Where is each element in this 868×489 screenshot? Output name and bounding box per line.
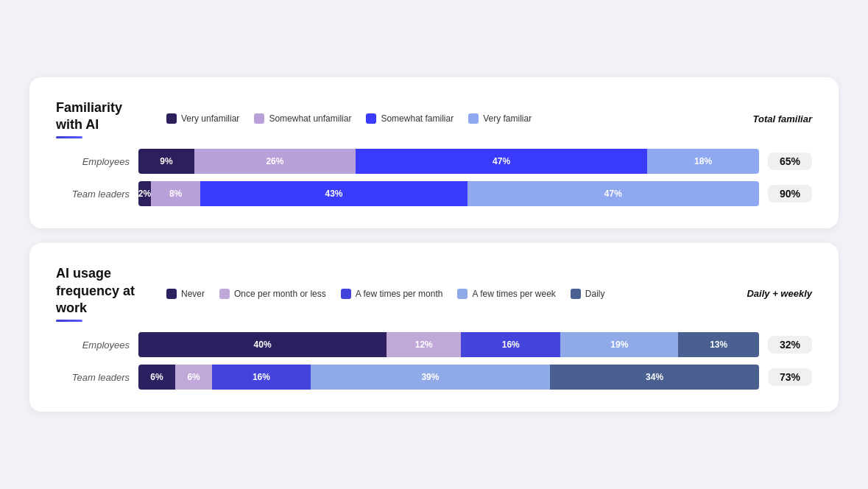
legend-few-week: A few times per week — [457, 289, 555, 299]
legend-label-very-unfamiliar: Very unfamiliar — [181, 113, 239, 124]
seg-employees-somewhat-unfamiliar: 26% — [194, 149, 356, 174]
seg2-tl-once: 6% — [175, 365, 212, 390]
seg-employees-very-unfamiliar: 9% — [138, 149, 194, 174]
chart2-employees-total: 32% — [768, 336, 812, 353]
chart2-employees-bar: 40% 12% 16% 19% 13% — [138, 332, 759, 357]
legend-color-very-familiar — [468, 113, 479, 124]
chart1-title: Familiaritywith AI — [56, 99, 137, 134]
legend-somewhat-familiar: Somewhat familiar — [366, 113, 454, 124]
chart1-teamleaders-label: Team leaders — [56, 189, 130, 200]
chart2-underline — [56, 320, 82, 322]
seg2-tl-few-week: 39% — [311, 365, 551, 390]
legend-label-somewhat-unfamiliar: Somewhat unfamiliar — [269, 113, 351, 124]
legend-label-few-week: A few times per week — [472, 289, 555, 299]
chart1-rows: Employees 9% 26% 47% 18% 65% Team leader… — [56, 149, 812, 206]
seg2-employees-once: 12% — [387, 332, 461, 357]
chart2-teamleaders-total: 73% — [768, 368, 812, 386]
chart1-employees-label: Employees — [56, 156, 130, 167]
chart1-employees-total: 65% — [768, 152, 812, 170]
seg-tl-somewhat-unfamiliar: 8% — [151, 181, 200, 206]
chart2-employees-label: Employees — [56, 340, 130, 351]
chart2-rows: Employees 40% 12% 16% 19% 13% 32% Team l… — [56, 332, 812, 390]
legend-very-unfamiliar: Very unfamiliar — [166, 113, 239, 124]
seg-employees-somewhat-familiar: 47% — [356, 149, 647, 174]
seg2-employees-few-week: 19% — [560, 332, 678, 357]
chart1-employees-bar: 9% 26% 47% 18% — [138, 149, 759, 174]
legend-daily: Daily — [571, 289, 605, 299]
chart2-legend: Never Once per month or less A few times… — [166, 289, 716, 299]
chart1-total-label: Total familiar — [746, 113, 812, 124]
seg-employees-very-familiar: 18% — [647, 149, 759, 174]
chart2-title: AI usagefrequency atwork — [56, 265, 137, 317]
legend-color-very-unfamiliar — [166, 113, 177, 124]
chart1-underline — [56, 136, 82, 138]
legend-label-once-month: Once per month or less — [234, 289, 326, 299]
chart2-teamleaders-bar: 6% 6% 16% 39% 34% — [138, 365, 759, 390]
chart1-employees-row: Employees 9% 26% 47% 18% 65% — [56, 149, 812, 174]
legend-few-month: A few times per month — [341, 289, 443, 299]
legend-color-few-week — [457, 289, 467, 299]
seg2-tl-few-month: 16% — [212, 365, 311, 390]
seg-tl-very-unfamiliar: 2% — [138, 181, 151, 206]
seg2-employees-daily: 13% — [678, 332, 759, 357]
seg2-tl-never: 6% — [138, 365, 175, 390]
legend-color-daily — [571, 289, 581, 299]
chart1-teamleaders-row: Team leaders 2% 8% 43% 47% 90% — [56, 181, 812, 206]
legend-once-month: Once per month or less — [219, 289, 326, 299]
legend-color-never — [166, 289, 177, 299]
legend-color-somewhat-unfamiliar — [254, 113, 264, 124]
legend-label-few-month: A few times per month — [356, 289, 443, 299]
chart1-legend: Very unfamiliar Somewhat unfamiliar Some… — [166, 113, 716, 124]
chart1-teamleaders-total: 90% — [768, 185, 812, 203]
legend-label-never: Never — [181, 289, 205, 299]
legend-never: Never — [166, 289, 205, 299]
legend-label-somewhat-familiar: Somewhat familiar — [381, 113, 454, 124]
seg2-employees-few-month: 16% — [461, 332, 560, 357]
legend-somewhat-unfamiliar: Somewhat unfamiliar — [254, 113, 351, 124]
familiarity-chart-card: Familiaritywith AI Very unfamiliar Somew… — [29, 77, 839, 229]
chart1-teamleaders-bar: 2% 8% 43% 47% — [138, 181, 759, 206]
chart2-teamleaders-row: Team leaders 6% 6% 16% 39% 34% 73% — [56, 365, 812, 390]
chart2-total-label: Daily + weekly — [746, 288, 812, 299]
chart2-teamleaders-label: Team leaders — [56, 372, 130, 383]
legend-color-once-month — [219, 289, 230, 299]
seg2-employees-never: 40% — [138, 332, 387, 357]
legend-color-few-month — [341, 289, 351, 299]
legend-label-daily: Daily — [585, 289, 605, 299]
seg-tl-very-familiar: 47% — [467, 181, 759, 206]
chart2-employees-row: Employees 40% 12% 16% 19% 13% 32% — [56, 332, 812, 357]
seg2-tl-daily: 34% — [550, 365, 759, 390]
legend-label-very-familiar: Very familiar — [483, 113, 532, 124]
seg-tl-somewhat-familiar: 43% — [200, 181, 467, 206]
legend-very-familiar: Very familiar — [468, 113, 532, 124]
legend-color-somewhat-familiar — [366, 113, 376, 124]
usage-chart-card: AI usagefrequency atwork Never Once per … — [29, 243, 839, 412]
